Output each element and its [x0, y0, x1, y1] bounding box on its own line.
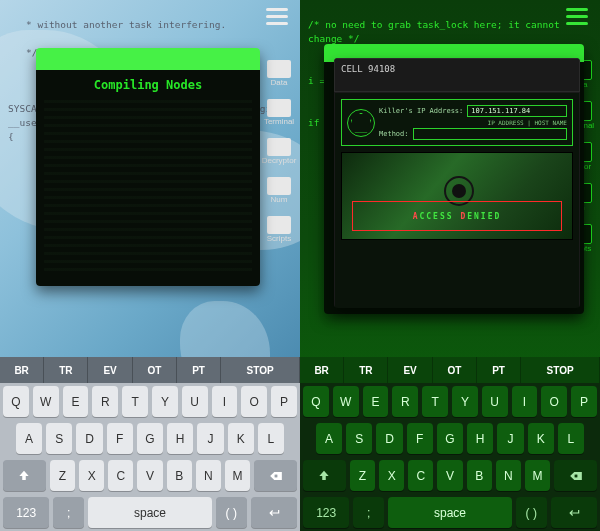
paren-key[interactable]: ( )	[216, 497, 247, 528]
key-n[interactable]: N	[196, 460, 221, 491]
key-z[interactable]: Z	[350, 460, 375, 491]
key-i[interactable]: I	[512, 386, 538, 417]
key-r[interactable]: R	[392, 386, 418, 417]
shortcut-bar: BR TR EV OT PT STOP	[300, 357, 600, 383]
key-m[interactable]: M	[225, 460, 250, 491]
folder-decryptor[interactable]: Decryptor	[264, 138, 294, 165]
key-w[interactable]: W	[33, 386, 59, 417]
folder-data[interactable]: Data	[264, 60, 294, 87]
window-titlebar[interactable]	[36, 48, 260, 70]
key-z[interactable]: Z	[50, 460, 75, 491]
shortcut-pt[interactable]: PT	[477, 357, 521, 383]
key-v[interactable]: V	[137, 460, 162, 491]
compiling-window[interactable]: Compiling Nodes	[36, 48, 260, 286]
key-f[interactable]: F	[107, 423, 133, 454]
cell-title[interactable]: CELL 94108	[334, 58, 580, 92]
key-j[interactable]: J	[497, 423, 523, 454]
folder-scripts[interactable]: Scripts	[264, 216, 294, 243]
shortcut-ot[interactable]: OT	[433, 357, 477, 383]
compiling-title: Compiling Nodes	[44, 78, 252, 92]
key-p[interactable]: P	[271, 386, 297, 417]
key-e[interactable]: E	[63, 386, 89, 417]
shortcut-ot[interactable]: OT	[133, 357, 177, 383]
key-y[interactable]: Y	[452, 386, 478, 417]
shortcut-stop[interactable]: STOP	[521, 357, 600, 383]
key-e[interactable]: E	[363, 386, 389, 417]
key-g[interactable]: G	[437, 423, 463, 454]
key-i[interactable]: I	[212, 386, 238, 417]
shortcut-ev[interactable]: EV	[88, 357, 132, 383]
shortcut-ev[interactable]: EV	[388, 357, 432, 383]
shortcut-stop[interactable]: STOP	[221, 357, 300, 383]
semicolon-key[interactable]: ;	[53, 497, 84, 528]
key-b[interactable]: B	[167, 460, 192, 491]
key-k[interactable]: K	[228, 423, 254, 454]
key-k[interactable]: K	[528, 423, 554, 454]
menu-icon[interactable]	[266, 8, 288, 25]
key-a[interactable]: A	[16, 423, 42, 454]
backspace-key[interactable]	[554, 460, 597, 491]
key-d[interactable]: D	[76, 423, 102, 454]
key-h[interactable]: H	[467, 423, 493, 454]
key-r[interactable]: R	[92, 386, 118, 417]
key-s[interactable]: S	[46, 423, 72, 454]
shortcut-br[interactable]: BR	[0, 357, 44, 383]
key-l[interactable]: L	[558, 423, 584, 454]
key-u[interactable]: U	[182, 386, 208, 417]
folder-terminal[interactable]: Terminal	[264, 99, 294, 126]
method-field[interactable]	[413, 128, 567, 140]
enter-key[interactable]	[251, 497, 297, 528]
ip-field[interactable]: 107.151.117.84	[467, 105, 567, 117]
key-s[interactable]: S	[346, 423, 372, 454]
key-c[interactable]: C	[408, 460, 433, 491]
menu-icon[interactable]	[566, 8, 588, 25]
ip-panel: Killer's IP Address:107.151.117.84 IP AD…	[341, 99, 573, 146]
key-f[interactable]: F	[407, 423, 433, 454]
shift-key[interactable]	[303, 460, 346, 491]
shortcut-br[interactable]: BR	[300, 357, 344, 383]
backspace-key[interactable]	[254, 460, 297, 491]
key-h[interactable]: H	[167, 423, 193, 454]
key-d[interactable]: D	[376, 423, 402, 454]
key-v[interactable]: V	[437, 460, 462, 491]
paren-key[interactable]: ( )	[516, 497, 547, 528]
key-b[interactable]: B	[467, 460, 492, 491]
right-screen: /* no need to grab task_lock here; it ca…	[300, 0, 600, 531]
key-x[interactable]: X	[379, 460, 404, 491]
shortcut-pt[interactable]: PT	[177, 357, 221, 383]
semicolon-key[interactable]: ;	[353, 497, 384, 528]
key-x[interactable]: X	[79, 460, 104, 491]
cell-window[interactable]: CELL 94108 Killer's IP Address:107.151.1…	[334, 58, 580, 308]
shift-key[interactable]	[3, 460, 46, 491]
keyboard-right: BR TR EV OT PT STOP QWERTYUIOP ASDFGHJKL…	[300, 357, 600, 531]
key-n[interactable]: N	[496, 460, 521, 491]
key-y[interactable]: Y	[152, 386, 178, 417]
space-key[interactable]: space	[88, 497, 212, 528]
access-denied-banner: ACCESS DENIED	[352, 201, 562, 231]
key-o[interactable]: O	[541, 386, 567, 417]
key-u[interactable]: U	[482, 386, 508, 417]
numbers-key[interactable]: 123	[303, 497, 349, 528]
key-p[interactable]: P	[571, 386, 597, 417]
shortcut-tr[interactable]: TR	[44, 357, 88, 383]
shortcut-bar: BR TR EV OT PT STOP	[0, 357, 300, 383]
space-key[interactable]: space	[388, 497, 512, 528]
key-t[interactable]: T	[422, 386, 448, 417]
enter-key[interactable]	[551, 497, 597, 528]
key-l[interactable]: L	[258, 423, 284, 454]
ip-options[interactable]: IP ADDRESS | HOST NAME	[379, 119, 567, 126]
key-q[interactable]: Q	[3, 386, 29, 417]
key-o[interactable]: O	[241, 386, 267, 417]
folder-num[interactable]: Num	[264, 177, 294, 204]
key-j[interactable]: J	[197, 423, 223, 454]
key-c[interactable]: C	[108, 460, 133, 491]
key-a[interactable]: A	[316, 423, 342, 454]
numbers-key[interactable]: 123	[3, 497, 49, 528]
key-t[interactable]: T	[122, 386, 148, 417]
shortcut-tr[interactable]: TR	[344, 357, 388, 383]
map-display[interactable]: ACCESS DENIED	[341, 152, 573, 240]
key-m[interactable]: M	[525, 460, 550, 491]
key-q[interactable]: Q	[303, 386, 329, 417]
key-w[interactable]: W	[333, 386, 359, 417]
key-g[interactable]: G	[137, 423, 163, 454]
